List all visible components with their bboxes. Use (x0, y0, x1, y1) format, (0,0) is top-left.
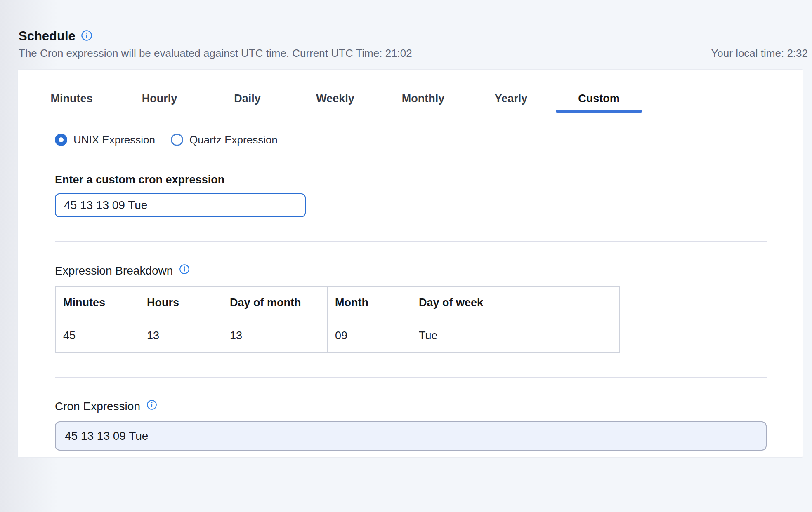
active-tab-indicator (556, 110, 642, 113)
radio-unix-expression[interactable]: UNIX Expression (55, 134, 155, 146)
breakdown-value-row: 45 13 13 09 Tue (55, 319, 620, 352)
cell-hours: 13 (139, 319, 222, 352)
divider (55, 241, 767, 242)
tab-custom[interactable]: Custom (555, 85, 643, 113)
tab-hourly[interactable]: Hourly (116, 85, 203, 113)
tab-minutes[interactable]: Minutes (28, 85, 116, 113)
cron-expression-label-text: Cron Expression (55, 400, 140, 413)
col-header-day-of-week: Day of week (411, 286, 620, 319)
radio-unix-label: UNIX Expression (73, 134, 155, 146)
radio-quartz-control[interactable] (171, 134, 183, 146)
custom-cron-label: Enter a custom cron expression (55, 174, 803, 186)
tab-daily[interactable]: Daily (203, 85, 291, 113)
expression-breakdown-table: Minutes Hours Day of month Month Day of … (55, 286, 620, 353)
cron-expression-section-label: Cron Expression (55, 399, 803, 413)
tab-monthly[interactable]: Monthly (379, 85, 467, 113)
breakdown-label-text: Expression Breakdown (55, 264, 173, 277)
divider (55, 377, 767, 378)
col-header-month: Month (327, 286, 411, 319)
col-header-day-of-month: Day of month (222, 286, 327, 319)
schedule-tab-bar: Minutes Hourly Daily Weekly Monthly Year… (28, 85, 643, 113)
local-time: Your local time: 2:32 (711, 47, 808, 60)
tab-weekly[interactable]: Weekly (291, 85, 379, 113)
radio-unix-control[interactable] (55, 134, 67, 146)
custom-cron-input[interactable] (55, 193, 306, 217)
radio-quartz-label: Quartz Expression (189, 134, 278, 146)
expression-type-radio-group: UNIX Expression Quartz Expression (55, 133, 803, 146)
tab-yearly[interactable]: Yearly (467, 85, 555, 113)
breakdown-info-icon[interactable] (179, 264, 190, 277)
cron-expression-output: 45 13 13 09 Tue (55, 421, 767, 451)
schedule-card: Minutes Hourly Daily Weekly Monthly Year… (17, 69, 803, 458)
breakdown-section-label: Expression Breakdown (55, 264, 803, 277)
col-header-hours: Hours (139, 286, 222, 319)
cell-month: 09 (327, 319, 411, 352)
utc-note: The Cron expression will be evaluated ag… (19, 47, 412, 60)
cell-day-of-month: 13 (222, 319, 327, 352)
cell-minutes: 45 (55, 319, 139, 352)
tab-custom-label: Custom (578, 92, 620, 105)
breakdown-header-row: Minutes Hours Day of month Month Day of … (55, 286, 620, 319)
page-title: Schedule (19, 29, 76, 44)
cell-day-of-week: Tue (411, 319, 620, 352)
col-header-minutes: Minutes (55, 286, 139, 319)
header: Schedule (19, 29, 92, 44)
cron-expression-info-icon[interactable] (146, 399, 157, 413)
schedule-info-icon[interactable] (81, 30, 92, 43)
radio-quartz-expression[interactable]: Quartz Expression (171, 134, 278, 146)
